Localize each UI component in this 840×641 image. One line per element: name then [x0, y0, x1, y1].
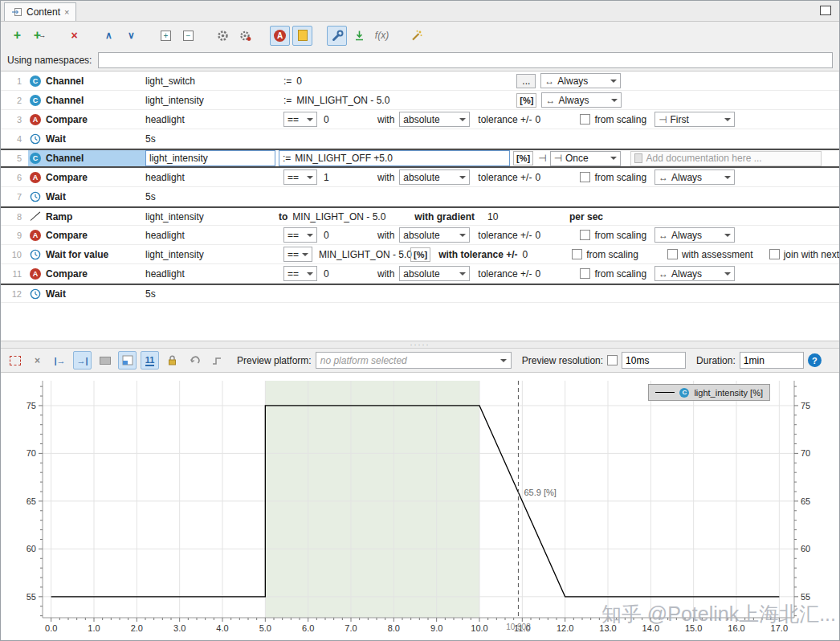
function-editor-button[interactable]: f(x): [372, 26, 392, 46]
compare-value[interactable]: 0: [324, 230, 368, 241]
step-value[interactable]: 0: [296, 76, 513, 87]
sample-points-button[interactable]: 11: [141, 351, 159, 369]
tolerance-value[interactable]: 0: [522, 249, 538, 260]
tab-close-icon[interactable]: ×: [64, 7, 69, 17]
mode-dropdown[interactable]: absolute: [399, 227, 470, 243]
svg-text:4.0: 4.0: [216, 623, 228, 633]
signal-trace-button[interactable]: [208, 351, 226, 369]
step-row[interactable]: 12 Wait 5s: [1, 284, 839, 303]
step-row[interactable]: 1 CChannel light_switch := 0 ... ↔Always: [1, 71, 839, 91]
tab-content[interactable]: Content ×: [4, 2, 76, 21]
operator-dropdown[interactable]: ==: [283, 227, 317, 243]
layout-button[interactable]: [118, 351, 137, 369]
documentation-mode-button[interactable]: [292, 26, 312, 46]
mode-dropdown[interactable]: absolute: [399, 169, 470, 185]
svg-text:2.0: 2.0: [131, 623, 143, 633]
main-toolbar: + +→ × ∧ ∨ + − A f(x): [1, 22, 839, 49]
step-row[interactable]: 7 Wait 5s: [1, 187, 839, 206]
compare-value[interactable]: MIN_LIGHT_ON - 5.0: [319, 249, 407, 260]
restore-window-icon[interactable]: [820, 6, 831, 15]
more-button[interactable]: ...: [516, 74, 536, 88]
operator-dropdown[interactable]: ==: [283, 112, 317, 127]
caret-icon: [610, 80, 617, 83]
trigger-dropdown[interactable]: ↔Always: [541, 92, 622, 108]
expand-all-button[interactable]: +: [156, 26, 176, 46]
step-name-editor[interactable]: light_intensity: [145, 150, 275, 166]
from-scaling-checkbox[interactable]: [572, 249, 582, 259]
assessment-mode-button[interactable]: A: [270, 26, 290, 46]
auto-fix-button[interactable]: [406, 26, 426, 46]
compare-value[interactable]: 1: [324, 172, 368, 183]
resolution-input[interactable]: [622, 352, 686, 369]
step-type-label: Wait: [46, 133, 66, 145]
step-row[interactable]: 9 ACompare headlight == 0 with absolute …: [1, 226, 839, 245]
table-view-button[interactable]: [96, 351, 114, 369]
step-row[interactable]: 10 Wait for value light_intensity == MIN…: [1, 245, 839, 264]
compare-value[interactable]: 0: [324, 114, 368, 125]
step-row[interactable]: 11 ACompare headlight == 0 with absolute…: [1, 264, 839, 284]
tolerance-value[interactable]: 0: [535, 172, 556, 183]
mode-dropdown[interactable]: absolute: [399, 266, 470, 281]
namespaces-input[interactable]: [98, 52, 833, 68]
from-scaling-checkbox[interactable]: [580, 172, 590, 182]
expression-editor[interactable]: :=MIN_LIGHT_OFF +5.0: [279, 150, 510, 166]
move-up-button[interactable]: ∧: [99, 26, 119, 46]
operator-dropdown[interactable]: ==: [283, 169, 317, 185]
from-scaling-checkbox[interactable]: [580, 268, 590, 279]
step-row[interactable]: 6 ACompare headlight == 1 with absolute …: [1, 168, 839, 187]
wait-for-value-icon: [30, 249, 41, 260]
step-row[interactable]: 3 ACompare headlight == 0 with absolute …: [1, 110, 839, 129]
selection-tool-button[interactable]: [6, 351, 24, 369]
operator-dropdown[interactable]: ==: [283, 266, 317, 281]
tolerance-value[interactable]: 0: [535, 230, 556, 241]
step-row[interactable]: 2 CChannel light_intensity := MIN_LIGHT_…: [1, 91, 839, 110]
trigger-icon: ↔: [659, 172, 668, 183]
preview-platform-dropdown[interactable]: no platform selected: [316, 352, 512, 369]
trigger-dropdown[interactable]: ⊣Once: [550, 151, 621, 166]
tolerance-value[interactable]: 0: [535, 268, 556, 280]
cursor-left-button[interactable]: |→: [51, 351, 69, 369]
insert-step-button[interactable]: +→: [30, 26, 50, 46]
help-button[interactable]: ?: [808, 353, 822, 367]
trigger-dropdown[interactable]: ↔Always: [654, 169, 735, 185]
clear-selection-button[interactable]: ×: [28, 351, 47, 369]
table-view-icon: [100, 357, 111, 365]
trigger-dropdown[interactable]: ↔Always: [654, 266, 735, 281]
preview-chart[interactable]: 0.01.02.03.04.05.06.07.08.09.010.011.012…: [1, 373, 839, 640]
step-row[interactable]: 8 Ramp light_intensity to MIN_LIGHT_ON -…: [1, 206, 839, 226]
step-row-selected[interactable]: 5 CChannel light_intensity :=MIN_LIGHT_O…: [1, 149, 839, 168]
ramp-target[interactable]: MIN_LIGHT_ON - 5.0: [292, 211, 381, 223]
step-row[interactable]: 4 Wait 5s: [1, 129, 839, 149]
compare-value[interactable]: 0: [324, 268, 368, 280]
join-with-next-checkbox[interactable]: [769, 249, 780, 259]
trigger-dropdown[interactable]: ↔Always: [654, 227, 735, 243]
collapse-all-button[interactable]: −: [178, 26, 198, 46]
undo-button[interactable]: [186, 351, 204, 369]
duration-input[interactable]: [740, 352, 804, 369]
import-signals-button[interactable]: [349, 26, 369, 46]
trigger-dropdown[interactable]: ⊣First: [654, 112, 735, 127]
analysis-button[interactable]: [327, 26, 347, 46]
mode-dropdown[interactable]: absolute: [399, 112, 470, 127]
chevron-down-icon: ∨: [128, 30, 135, 41]
delete-step-button[interactable]: ×: [64, 26, 84, 46]
panel-splitter[interactable]: ·····: [1, 341, 839, 349]
add-step-button[interactable]: +: [7, 26, 27, 46]
trigger-dropdown[interactable]: ↔Always: [540, 73, 621, 88]
gradient-value[interactable]: 10: [487, 211, 508, 223]
package-settings-button[interactable]: [235, 26, 255, 46]
with-assessment-checkbox[interactable]: [667, 249, 678, 259]
tolerance-value[interactable]: 0: [535, 114, 556, 125]
lock-button[interactable]: [163, 351, 181, 369]
operator-dropdown[interactable]: ==: [283, 247, 312, 262]
cursor-right-button[interactable]: →|: [73, 351, 92, 369]
step-value[interactable]: MIN_LIGHT_ON - 5.0: [296, 95, 513, 106]
documentation-field[interactable]: Add documentation here ...: [630, 151, 822, 166]
chart-legend[interactable]: C light_intensity [%]: [648, 384, 770, 401]
from-scaling-checkbox[interactable]: [580, 230, 590, 240]
settings-button[interactable]: [213, 26, 233, 46]
preview-resolution-checkbox[interactable]: [607, 355, 618, 365]
move-down-button[interactable]: ∨: [121, 26, 141, 46]
from-scaling-checkbox[interactable]: [580, 114, 590, 125]
collapse-icon: −: [183, 31, 194, 41]
